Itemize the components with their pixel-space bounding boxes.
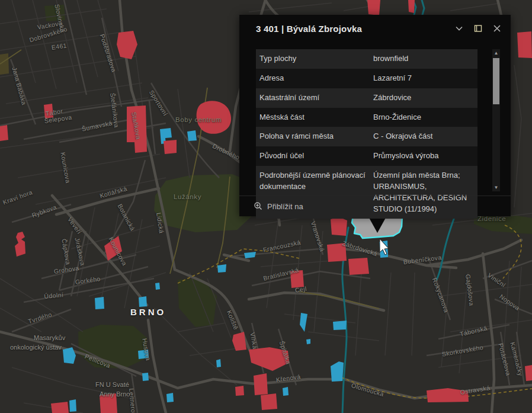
field-value: Zábrdovice (372, 88, 477, 108)
field-label: Poloha v rámci města (256, 127, 372, 146)
close-icon[interactable] (492, 23, 502, 34)
field-value: C - Okrajová část (372, 127, 477, 146)
field-label: Typ plochy (256, 49, 372, 69)
field-value: Brno-Židenice (372, 108, 477, 127)
popup-scrollbar: ▲ ▼ (492, 49, 500, 191)
magnifier-plus-icon (254, 201, 263, 211)
popup-header: 3 401 | Bývalá Zbrojovka (239, 15, 511, 42)
field-value: Lazaretní 7 (372, 69, 477, 88)
field-label: Adresa (256, 69, 372, 88)
field-label: Městská část (256, 108, 372, 127)
table-row: Městská částBrno-Židenice (256, 108, 477, 127)
attribute-table: Typ plochybrownfieldAdresaLazaretní 7Kat… (256, 49, 477, 219)
feature-popup: 3 401 | Bývalá Zbrojovka Typ plochybrown… (239, 15, 511, 216)
zoom-to-button[interactable]: Přiblížit na (254, 201, 303, 211)
table-row: Typ plochybrownfield (256, 49, 477, 69)
field-label: Katastrální území (256, 88, 372, 108)
table-row: AdresaLazaretní 7 (256, 69, 477, 88)
table-row: Poloha v rámci městaC - Okrajová část (256, 127, 477, 146)
table-row: Původní účelPrůmyslová výroba (256, 146, 477, 166)
popup-footer: Přiblížit na (239, 196, 511, 216)
scrollbar-thumb[interactable] (493, 58, 499, 104)
scrollbar-up-arrow[interactable]: ▲ (492, 49, 500, 57)
table-row: Katastrální územíZábrdovice (256, 88, 477, 108)
field-value: brownfield (372, 49, 477, 69)
popup-title: 3 401 | Bývalá Zbrojovka (256, 24, 446, 34)
scrollbar-down-arrow[interactable]: ▼ (492, 184, 500, 191)
park-spilberk (78, 325, 147, 369)
zoom-to-label: Přiblížit na (267, 202, 303, 211)
dock-window-icon[interactable] (473, 23, 483, 34)
field-value: Průmyslová výroba (372, 146, 477, 166)
chevron-down-icon[interactable] (454, 23, 464, 34)
field-label: Původní účel (256, 146, 372, 166)
map-app: VackovaDobrovskéhoE461SlovinskáPoděbrado… (0, 0, 532, 413)
